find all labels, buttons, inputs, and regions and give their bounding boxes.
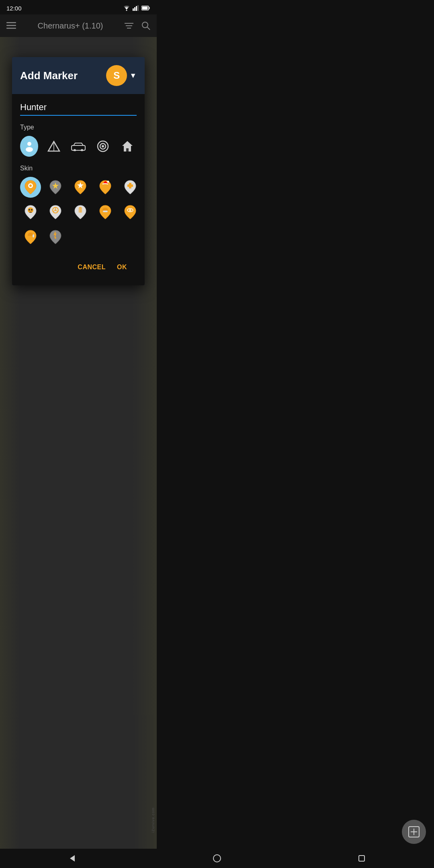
skin-helmet-svg	[99, 205, 111, 219]
type-target-icon[interactable]	[94, 136, 112, 157]
skin-item-8[interactable]	[70, 202, 91, 223]
skin-item-12[interactable]	[45, 227, 66, 248]
skin-item-1[interactable]	[20, 177, 41, 198]
menu-button[interactable]	[6, 22, 16, 29]
svg-point-52	[130, 210, 131, 211]
svg-point-54	[55, 237, 56, 239]
skin-scope-svg	[124, 205, 136, 219]
status-bar: 12:00	[0, 0, 157, 14]
skin-section-label: Skin	[20, 165, 137, 172]
main-content: iZurvive.com Add Marker S ▼ Type	[0, 37, 157, 849]
skin-wheel-svg	[49, 205, 61, 219]
svg-rect-28	[126, 148, 129, 151]
menu-icon	[6, 22, 16, 29]
svg-point-17	[26, 147, 33, 152]
skin-item-9[interactable]	[95, 202, 116, 223]
search-icon	[141, 21, 150, 30]
dialog-body: Type	[12, 94, 145, 285]
house-svg	[121, 140, 133, 152]
svg-rect-4	[137, 5, 139, 11]
svg-point-22	[81, 149, 83, 151]
skin-broken-svg	[49, 230, 61, 244]
search-button[interactable]	[141, 21, 150, 30]
skin-item-2[interactable]	[45, 177, 66, 198]
svg-rect-35	[127, 184, 133, 187]
svg-rect-10	[6, 28, 16, 29]
svg-rect-2	[134, 7, 135, 11]
top-bar: Chernarus+ (1.10)	[0, 14, 157, 37]
top-bar-actions	[125, 21, 150, 30]
dialog-title: Add Marker	[20, 70, 78, 82]
svg-point-38	[31, 209, 33, 211]
skin-medic-svg	[124, 180, 136, 194]
type-tent-icon[interactable]	[45, 136, 63, 157]
wifi-icon	[123, 5, 130, 11]
svg-point-30	[29, 184, 32, 187]
type-row	[20, 136, 137, 157]
cancel-button[interactable]: CANCEL	[76, 260, 107, 274]
skin-item-3[interactable]	[70, 177, 91, 198]
skin-default-svg	[25, 180, 37, 194]
svg-rect-8	[6, 22, 16, 23]
svg-point-53	[33, 234, 34, 237]
dialog-avatar-container[interactable]: S ▼	[106, 65, 137, 86]
svg-point-16	[27, 142, 31, 146]
svg-rect-9	[6, 25, 16, 26]
svg-rect-20	[72, 145, 85, 150]
type-car-icon[interactable]	[69, 136, 87, 157]
type-house-icon[interactable]	[119, 136, 137, 157]
skin-item-10[interactable]	[120, 202, 141, 223]
svg-point-37	[29, 209, 30, 211]
filter-icon	[125, 22, 133, 29]
tent-svg	[47, 141, 60, 152]
svg-rect-7	[142, 7, 148, 10]
ok-button[interactable]: OK	[115, 260, 129, 274]
svg-rect-3	[136, 6, 137, 11]
svg-line-15	[147, 27, 150, 30]
svg-point-25	[102, 145, 104, 147]
skin-fork-svg	[74, 205, 86, 219]
status-icons	[123, 5, 150, 11]
type-person-icon[interactable]	[20, 136, 38, 157]
skin-orange-helmet-svg	[25, 230, 37, 244]
status-time: 12:00	[6, 5, 22, 12]
svg-rect-6	[149, 7, 150, 9]
skin-orange-star-svg	[74, 180, 86, 194]
skin-skull-svg	[25, 205, 37, 219]
svg-point-14	[142, 22, 148, 28]
app-title: Chernarus+ (1.10)	[38, 21, 103, 31]
dropdown-arrow-icon[interactable]: ▼	[129, 72, 137, 80]
filter-button[interactable]	[125, 21, 133, 30]
dialog-buttons: CANCEL OK	[20, 256, 137, 280]
skin-item-11[interactable]	[20, 227, 41, 248]
type-section-label: Type	[20, 124, 137, 131]
add-marker-dialog: Add Marker S ▼ Type	[12, 57, 145, 285]
battery-icon	[141, 6, 150, 10]
skin-item-4[interactable]	[95, 177, 116, 198]
avatar[interactable]: S	[106, 65, 127, 86]
skin-star-gray-svg	[49, 180, 61, 194]
svg-marker-26	[122, 141, 133, 146]
skin-grid	[20, 177, 137, 248]
svg-point-33	[107, 181, 109, 183]
svg-point-41	[55, 209, 56, 211]
skin-item-7[interactable]	[45, 202, 66, 223]
car-svg	[71, 141, 86, 151]
person-svg	[24, 141, 35, 152]
signal-icon	[133, 5, 139, 11]
svg-rect-1	[133, 8, 134, 11]
marker-name-input[interactable]	[20, 100, 137, 116]
svg-point-21	[74, 149, 76, 151]
skin-item-5[interactable]	[120, 177, 141, 198]
svg-rect-49	[103, 211, 108, 212]
skin-santa-svg	[99, 180, 111, 194]
target-svg	[97, 140, 109, 152]
svg-point-0	[126, 10, 127, 11]
dialog-header: Add Marker S ▼	[12, 57, 145, 94]
skin-item-6[interactable]	[20, 202, 41, 223]
